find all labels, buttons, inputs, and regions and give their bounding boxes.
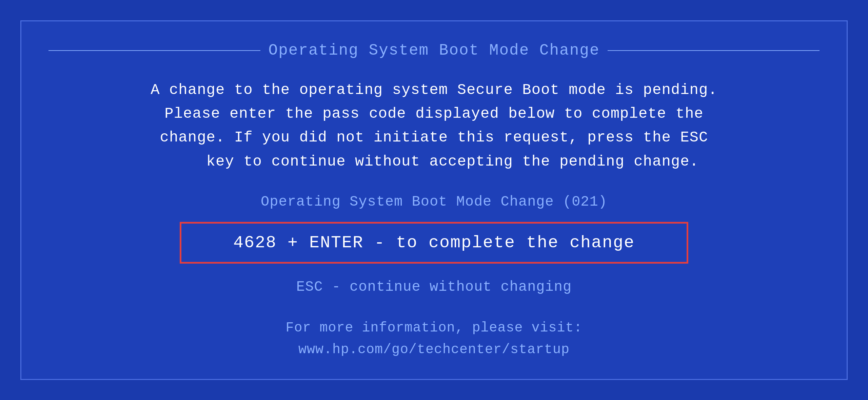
info-url: www.hp.com/go/techcenter/startup: [285, 339, 582, 361]
title-bar: Operating System Boot Mode Change: [48, 42, 820, 59]
esc-instruction: ESC - continue without changing: [296, 279, 572, 295]
title-line-right: [608, 50, 820, 51]
passcode-text: 4628 + ENTER - to complete the change: [233, 233, 635, 252]
info-section: For more information, please visit: www.…: [285, 317, 582, 361]
main-description: A change to the operating system Secure …: [151, 78, 717, 174]
passcode-box: 4628 + ENTER - to complete the change: [180, 222, 688, 264]
title-line-left: [48, 50, 260, 51]
boot-mode-subtitle: Operating System Boot Mode Change (021): [261, 194, 607, 210]
info-label: For more information, please visit:: [285, 317, 582, 339]
bios-screen: Operating System Boot Mode Change A chan…: [20, 20, 848, 380]
screen-title: Operating System Boot Mode Change: [260, 42, 608, 59]
